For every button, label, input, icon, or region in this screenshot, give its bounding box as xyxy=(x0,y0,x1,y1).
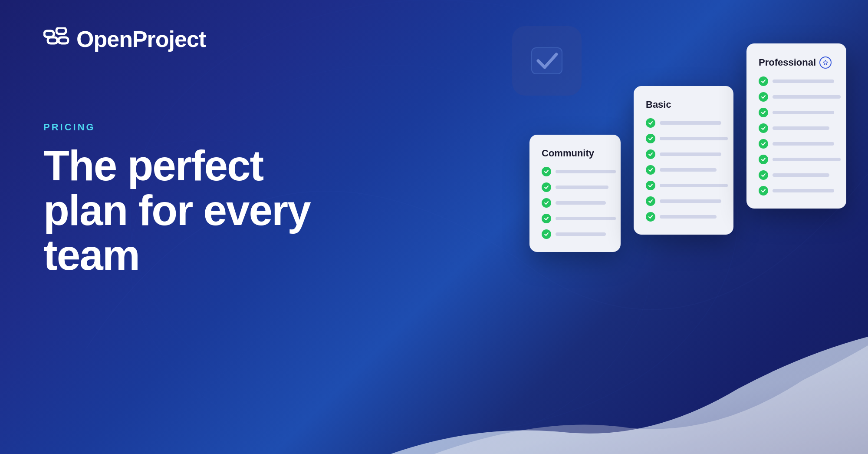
check-icon xyxy=(759,123,768,133)
bottom-wave xyxy=(391,302,868,454)
feature-line xyxy=(773,111,834,114)
check-icon xyxy=(646,212,655,222)
feature-line xyxy=(660,168,717,172)
svg-marker-5 xyxy=(823,60,828,65)
basic-feature-6 xyxy=(646,196,721,206)
feature-line xyxy=(773,158,841,161)
feature-line xyxy=(773,142,834,146)
basic-feature-1 xyxy=(646,118,721,128)
community-feature-2 xyxy=(542,182,608,192)
basic-feature-5 xyxy=(646,181,721,190)
basic-feature-3 xyxy=(646,149,721,159)
feature-line xyxy=(660,152,721,156)
professional-feature-5 xyxy=(759,139,834,149)
check-icon xyxy=(646,118,655,128)
check-icon xyxy=(759,186,768,196)
professional-feature-7 xyxy=(759,170,834,180)
check-icon xyxy=(542,229,551,239)
logo-text: OpenProject xyxy=(76,26,206,52)
check-icon xyxy=(542,167,551,176)
check-icon xyxy=(646,149,655,159)
community-plan-card: Community xyxy=(529,135,621,252)
professional-feature-6 xyxy=(759,155,834,164)
community-feature-1 xyxy=(542,167,608,176)
check-icon xyxy=(646,181,655,190)
basic-feature-7 xyxy=(646,212,721,222)
feature-line xyxy=(556,201,606,205)
feature-line xyxy=(660,121,721,125)
community-feature-3 xyxy=(542,198,608,208)
feature-line xyxy=(773,126,829,130)
feature-line xyxy=(660,199,721,203)
professional-feature-3 xyxy=(759,108,834,117)
feature-line xyxy=(556,217,616,220)
check-icon xyxy=(759,155,768,164)
feature-line xyxy=(660,137,728,140)
feature-line xyxy=(556,186,608,189)
main-headline: The perfect plan for every team xyxy=(43,143,310,278)
headline-line2: plan for every xyxy=(43,188,310,233)
feature-line xyxy=(556,170,616,173)
check-icon xyxy=(542,214,551,223)
headline-line3: team xyxy=(43,233,310,278)
basic-feature-4 xyxy=(646,165,721,175)
feature-line xyxy=(660,215,717,219)
feature-line xyxy=(773,189,834,192)
check-icon xyxy=(542,182,551,192)
check-icon xyxy=(646,165,655,175)
community-feature-4 xyxy=(542,214,608,223)
community-feature-5 xyxy=(542,229,608,239)
professional-feature-8 xyxy=(759,186,834,196)
feature-line xyxy=(660,184,728,187)
professional-plan-card: Professional xyxy=(746,43,846,209)
openproject-logo-icon xyxy=(43,27,69,51)
feature-line xyxy=(773,173,829,177)
basic-feature-2 xyxy=(646,134,721,143)
check-icon xyxy=(542,198,551,208)
plan-cards-container: Community xyxy=(529,43,846,261)
feature-line xyxy=(773,80,834,83)
check-icon xyxy=(646,196,655,206)
page-background: OpenProject PRICING The perfect plan for… xyxy=(0,0,868,454)
check-icon xyxy=(759,139,768,149)
check-icon xyxy=(759,108,768,117)
professional-feature-4 xyxy=(759,123,834,133)
logo-area: OpenProject xyxy=(43,26,206,52)
check-icon xyxy=(759,92,768,102)
professional-plan-title: Professional xyxy=(759,56,834,69)
community-plan-title: Community xyxy=(542,148,608,159)
headline-line1: The perfect xyxy=(43,143,310,188)
pricing-label: PRICING xyxy=(43,122,95,133)
professional-feature-1 xyxy=(759,76,834,86)
feature-line xyxy=(556,232,606,236)
professional-feature-2 xyxy=(759,92,834,102)
feature-line xyxy=(773,95,841,99)
check-icon xyxy=(759,76,768,86)
basic-plan-title: Basic xyxy=(646,99,721,110)
basic-plan-card: Basic xyxy=(634,86,733,235)
check-icon xyxy=(646,134,655,143)
professional-badge xyxy=(819,56,832,69)
check-icon xyxy=(759,170,768,180)
